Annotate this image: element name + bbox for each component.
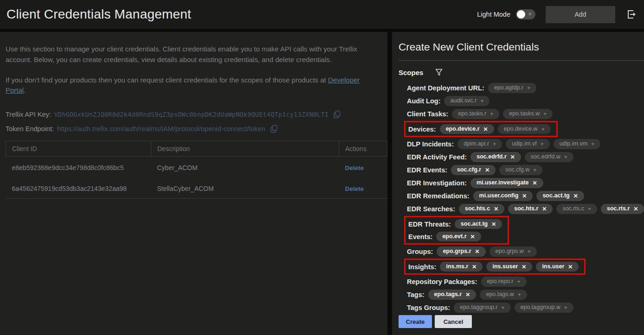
description-cell: Cyber_ACOM (151, 156, 339, 177)
filter-icon[interactable] (435, 69, 443, 76)
scope-chip[interactable]: soc.edrfd.w+ (525, 152, 573, 162)
delete-link[interactable]: Delete (345, 164, 364, 171)
remove-icon: ✕ (522, 264, 526, 270)
scope-label: Repository Packages: (407, 278, 477, 285)
add-icon: + (527, 85, 530, 91)
light-mode-toggle[interactable]: ✕ (516, 9, 535, 19)
scope-chip[interactable]: soc.hts.c✕ (459, 204, 504, 214)
page-title: Client Credentials Management (6, 7, 191, 22)
scope-chip[interactable]: epo.tags.w+ (480, 290, 527, 300)
delete-link[interactable]: Delete (345, 185, 364, 192)
scope-chip[interactable]: epo.taggroup.r+ (454, 303, 510, 313)
add-icon: + (518, 292, 521, 297)
remove-icon: ✕ (494, 206, 498, 212)
scope-chip[interactable]: dpim.api.r+ (457, 139, 502, 149)
description-cell: StellaCyber_ACOM (151, 177, 339, 199)
copy-token-endpoint-icon[interactable] (270, 125, 278, 133)
scope-chip[interactable]: soc.edrfd.r✕ (470, 152, 521, 162)
chip-label: audit.svc.r (450, 97, 477, 105)
scope-chip[interactable]: soc.act.tg✕ (536, 191, 584, 201)
scope-row: Groups:epo.grps.r✕epo.grps.w+ (399, 245, 644, 258)
api-key-label: Trellix API Key: (6, 111, 51, 118)
scope-label: EDR Searches: (407, 205, 455, 213)
scope-chip[interactable]: soc.rts.r✕ (601, 204, 644, 214)
chip-label: soc.hts.r (514, 205, 538, 213)
chip-label: epo.tasks.r (458, 110, 486, 118)
scope-chip[interactable]: epo.device.r✕ (440, 124, 494, 134)
scope-chip[interactable]: audit.svc.r+ (444, 96, 489, 106)
api-key-value: VDhGOGxkUnZJQ0R0d2k4d0RndS9qZ3psOWc0bnpD… (54, 111, 328, 118)
chip-label: soc.rts.c (562, 205, 584, 213)
remove-icon: ✕ (465, 292, 470, 297)
scope-label: Client Tasks: (407, 110, 448, 118)
logout-icon[interactable] (626, 9, 637, 20)
remove-icon: ✕ (472, 264, 477, 270)
scope-row: Agent Deployment URL:epo.agtdp.r+ (399, 82, 644, 95)
app-window: Client Credentials Management Light Mode… (0, 0, 644, 335)
remove-icon: ✕ (573, 193, 578, 199)
scope-chip[interactable]: mi.user.investigate✕ (470, 178, 543, 188)
chip-label: epo.device.r (446, 126, 480, 133)
scope-chip[interactable]: mi.user.config✕ (473, 191, 533, 201)
create-button[interactable]: Create (399, 315, 432, 328)
add-button[interactable]: Add (546, 6, 615, 23)
scope-chip[interactable]: epo.grps.w+ (489, 247, 537, 257)
scope-chip[interactable]: udlp.im.vf+ (506, 139, 550, 149)
scope-label: Insights: (408, 263, 436, 271)
chip-label: soc.act.tg (461, 221, 488, 228)
scope-chip[interactable]: epo.tasks.w+ (503, 109, 553, 119)
chip-label: soc.cfg.w (505, 166, 529, 174)
scope-chip[interactable]: epo.grps.r✕ (437, 247, 485, 257)
client-id-cell: e8eb592368e9dcc34e798d8c0fc86bc5 (6, 156, 151, 177)
scope-chip[interactable]: ins.ms.r✕ (440, 262, 483, 272)
scope-row: Client Tasks:epo.tasks.r+epo.tasks.w+ (399, 107, 644, 120)
column-header: Description (151, 141, 339, 156)
remove-icon: ✕ (491, 221, 496, 227)
panel-title: Create New Client Credentials (399, 41, 644, 53)
scope-chip[interactable]: soc.cfg.r✕ (451, 165, 496, 175)
scope-label: Events: (408, 233, 432, 240)
chip-label: soc.cfg.r (457, 166, 481, 174)
scope-chip[interactable]: soc.rts.c+ (556, 204, 597, 214)
scope-label: Tags: (407, 291, 425, 298)
chip-label: ins.user (542, 263, 564, 271)
chip-label: epo.tags.r (434, 291, 462, 298)
cancel-button[interactable]: Cancel (435, 315, 472, 328)
add-icon: + (533, 167, 536, 173)
add-icon: + (528, 249, 531, 254)
copy-api-key-icon[interactable] (333, 110, 341, 119)
scope-label: Agent Deployment URL: (407, 84, 484, 92)
chip-label: soc.edrfd.w (531, 153, 560, 161)
chip-label: udlp.im.vm (560, 140, 587, 148)
token-endpoint-row: Token Endpoint: https://auth.trellix.com… (6, 125, 381, 133)
scope-chip[interactable]: soc.act.tg✕ (455, 219, 502, 229)
add-icon: + (588, 206, 591, 212)
table-row: 6a4562475919cd53db3ac2143e32aa98StellaCy… (6, 177, 387, 199)
scope-chip[interactable]: soc.hts.r✕ (508, 204, 553, 214)
scope-chip[interactable]: ins.suser✕ (486, 262, 532, 272)
actions-cell: Delete (339, 156, 387, 177)
request-text: If you don't find your products then you… (6, 75, 381, 96)
scope-chip[interactable]: epo.tags.r✕ (428, 290, 477, 300)
add-icon: + (564, 305, 567, 310)
scope-chip[interactable]: epo.device.w+ (498, 124, 551, 134)
scope-chip[interactable]: ins.user✕ (536, 262, 579, 272)
scope-chip[interactable]: epo.evt.r✕ (436, 232, 481, 242)
scope-chip[interactable]: udlp.im.vm+ (554, 139, 600, 149)
scope-row: EDR Investigation:mi.user.investigate✕ (399, 177, 644, 190)
chip-label: ins.ms.r (446, 263, 468, 271)
scope-row: EDR Events:soc.cfg.r✕soc.cfg.w+ (399, 164, 644, 177)
scope-chip[interactable]: epo.taggroup.w+ (515, 303, 573, 313)
scope-row: Devices:epo.device.r✕epo.device.w+ (406, 123, 551, 135)
scope-row: Tags:epo.tags.r✕epo.tags.w+ (399, 288, 644, 301)
scope-chip[interactable]: epo.repo.r+ (481, 277, 527, 287)
remove-icon: ✕ (510, 154, 515, 160)
scope-chip[interactable]: epo.tasks.r+ (452, 109, 499, 119)
scope-chip[interactable]: soc.cfg.w+ (499, 165, 542, 175)
scope-chip[interactable]: epo.agtdp.r+ (488, 83, 536, 93)
scope-row: EDR Activity Feed:soc.edrfd.r✕soc.edrfd.… (399, 151, 644, 164)
scope-row: EDR Threats:soc.act.tg✕ (406, 218, 502, 230)
remove-icon: ✕ (522, 193, 527, 199)
chip-label: ins.suser (492, 263, 518, 271)
remove-icon: ✕ (633, 206, 638, 212)
